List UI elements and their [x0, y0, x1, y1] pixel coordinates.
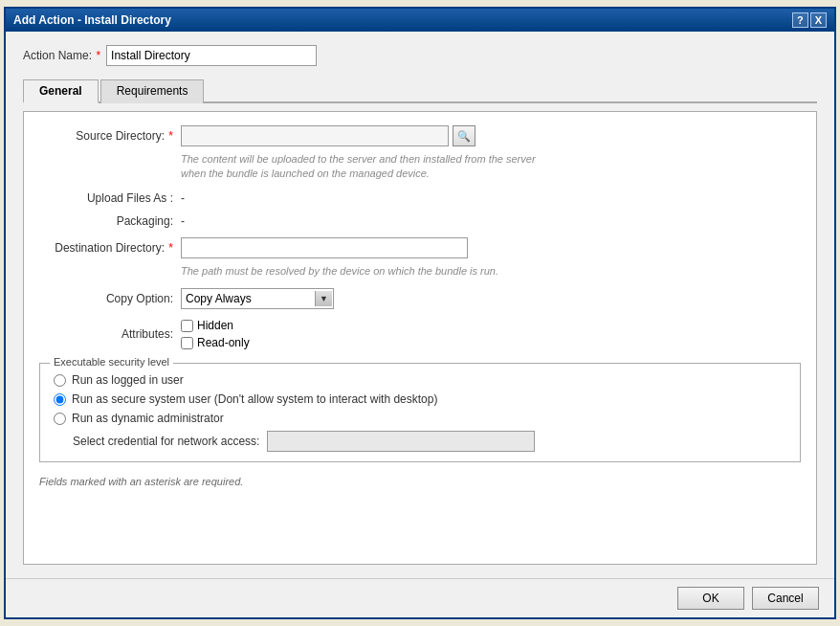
close-button[interactable]: X	[810, 12, 827, 28]
radio-logged-in-label: Run as logged in user	[72, 373, 184, 387]
tabs-container: General Requirements	[23, 78, 817, 103]
hidden-checkbox[interactable]	[181, 320, 193, 332]
dialog-body: Action Name: * General Requirements Sour…	[6, 32, 834, 578]
source-directory-input[interactable]	[181, 125, 449, 146]
action-name-required: *	[96, 49, 100, 62]
form-content: Source Directory: * 🔍 The content will b…	[23, 111, 817, 565]
dialog-window: Add Action - Install Directory ? X Actio…	[4, 7, 836, 619]
upload-files-label: Upload Files As :	[39, 191, 173, 205]
copy-option-dropdown[interactable]: Copy Always Copy Never Copy If Newer Cop…	[181, 288, 334, 309]
help-button[interactable]: ?	[792, 12, 808, 28]
upload-files-row: Upload Files As : -	[39, 191, 801, 205]
destination-directory-label: Destination Directory: *	[39, 241, 173, 255]
hidden-checkbox-row: Hidden	[181, 319, 250, 332]
footer-note: Fields marked with an asterisk are requi…	[39, 476, 801, 487]
browse-button[interactable]: 🔍	[453, 125, 475, 146]
packaging-row: Packaging: -	[39, 214, 801, 228]
action-name-input[interactable]	[106, 45, 317, 66]
credential-row: Select credential for network access:	[54, 431, 786, 452]
browse-icon: 🔍	[457, 130, 471, 143]
radio-dynamic-admin-label: Run as dynamic administrator	[72, 412, 224, 425]
radio-dynamic-admin-row: Run as dynamic administrator	[54, 412, 786, 425]
action-name-row: Action Name: *	[23, 45, 817, 66]
copy-option-dropdown-wrapper: Copy Always Copy Never Copy If Newer Cop…	[181, 288, 334, 309]
dialog-footer: OK Cancel	[6, 578, 834, 617]
copy-option-label: Copy Option:	[39, 292, 173, 305]
security-legend: Executable security level	[50, 356, 173, 368]
tab-general[interactable]: General	[23, 79, 99, 103]
security-group: Executable security level Run as logged …	[39, 363, 801, 462]
readonly-checkbox[interactable]	[181, 337, 193, 349]
source-directory-label: Source Directory: *	[39, 129, 173, 143]
radio-system-user-label: Run as secure system user (Don't allow s…	[72, 392, 437, 406]
radio-logged-in[interactable]	[54, 374, 66, 387]
cancel-button[interactable]: Cancel	[752, 587, 819, 610]
packaging-label: Packaging:	[39, 214, 173, 228]
radio-logged-in-row: Run as logged in user	[54, 373, 786, 387]
hidden-label: Hidden	[197, 319, 233, 332]
action-name-label: Action Name: *	[23, 49, 100, 62]
source-directory-row: Source Directory: * 🔍	[39, 125, 801, 146]
packaging-value: -	[181, 214, 185, 228]
credential-input[interactable]	[267, 431, 535, 452]
source-directory-controls: 🔍	[181, 125, 475, 146]
dialog-title: Add Action - Install Directory	[13, 13, 171, 27]
ok-button[interactable]: OK	[677, 587, 744, 610]
attributes-row: Attributes: Hidden Read-only	[39, 319, 801, 349]
readonly-label: Read-only	[197, 336, 250, 349]
destination-directory-row: Destination Directory: *	[39, 237, 801, 258]
copy-option-row: Copy Option: Copy Always Copy Never Copy…	[39, 288, 801, 309]
source-hint: The content will be uploaded to the serv…	[181, 152, 801, 182]
readonly-checkbox-row: Read-only	[181, 336, 250, 349]
credential-label: Select credential for network access:	[73, 435, 259, 448]
tab-requirements[interactable]: Requirements	[100, 79, 205, 103]
dest-hint: The path must be resolved by the device …	[181, 264, 801, 279]
destination-directory-input[interactable]	[181, 237, 468, 258]
upload-files-value: -	[181, 191, 185, 205]
radio-system-user[interactable]	[54, 393, 66, 406]
title-bar-buttons: ? X	[792, 12, 827, 28]
radio-system-user-row: Run as secure system user (Don't allow s…	[54, 392, 786, 406]
radio-dynamic-admin[interactable]	[54, 413, 66, 425]
title-bar: Add Action - Install Directory ? X	[6, 9, 834, 32]
attributes-label: Attributes:	[39, 327, 173, 341]
